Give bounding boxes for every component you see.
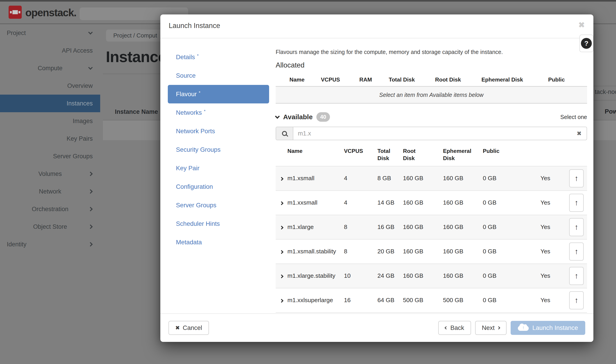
sidebar-item-network: Network bbox=[0, 183, 100, 200]
column-header: RAM bbox=[359, 77, 389, 83]
sidebar-item-server-groups: Server Groups bbox=[0, 147, 100, 165]
expand-row-icon[interactable] bbox=[280, 272, 283, 279]
sidebar-item-orchestration: Orchestration bbox=[0, 200, 100, 218]
chevron-right-icon bbox=[88, 207, 93, 211]
bg-table-cell: tack-noc bbox=[595, 89, 616, 95]
flavour-name: m1.xlarge bbox=[287, 223, 341, 231]
page-title: Instance bbox=[106, 48, 167, 65]
chevron-down-icon bbox=[88, 65, 93, 70]
flavour-row: m1.xsmall 4 8 GB 160 GB 160 GB 0 GB Yes … bbox=[276, 166, 587, 190]
sidebar-item-object-store: Object Store bbox=[0, 218, 100, 235]
wizard-nav: Details* Source Flavour* Networks* Netwo… bbox=[168, 48, 269, 313]
column-header: VCPUS bbox=[344, 147, 378, 155]
allocated-table-header: Name VCPUS RAM Total Disk Root Disk Ephe… bbox=[276, 73, 587, 86]
expand-row-icon[interactable] bbox=[280, 297, 283, 304]
available-heading: Available bbox=[283, 113, 313, 121]
wizard-step-flavour[interactable]: Flavour* bbox=[168, 85, 269, 104]
x-icon: ✖ bbox=[175, 325, 180, 331]
flavour-row: m1.xlarge.stability 10 24 GB 160 GB 160 … bbox=[276, 263, 587, 288]
flavour-public: Yes bbox=[540, 272, 569, 279]
close-icon[interactable]: ✖ bbox=[578, 20, 585, 29]
sidebar-item-project: Project bbox=[0, 24, 100, 42]
expand-row-icon[interactable] bbox=[280, 223, 283, 231]
sidebar-item-label: Project bbox=[7, 30, 26, 37]
allocated-empty-message: Select an item from Available items belo… bbox=[276, 86, 587, 104]
sidebar-item-label: Overview bbox=[67, 82, 93, 90]
flavour-total-disk: 160 GB bbox=[403, 199, 443, 206]
wizard-step-details[interactable]: Details* bbox=[168, 48, 269, 66]
chevron-right-icon bbox=[88, 242, 93, 247]
flavour-name: m1.xxlsuperlarge bbox=[287, 296, 341, 304]
wizard-step-network-ports[interactable]: Network Ports bbox=[168, 122, 269, 141]
chevron-right-icon bbox=[88, 224, 93, 229]
flavour-search: ✖ bbox=[276, 127, 587, 140]
required-asterisk: * bbox=[204, 109, 206, 114]
flavour-name: m1.xxsmall bbox=[287, 198, 341, 207]
search-input[interactable] bbox=[293, 127, 572, 140]
flavour-ram: 64 GB bbox=[378, 297, 403, 304]
wizard-step-source[interactable]: Source bbox=[168, 66, 269, 85]
clear-search-icon[interactable]: ✖ bbox=[572, 127, 587, 140]
sidebar-item-instances: Instances bbox=[0, 95, 100, 112]
sidebar-item-label: Volumes bbox=[39, 170, 62, 178]
sidebar-item-label: API Access bbox=[62, 47, 93, 54]
expand-row-icon[interactable] bbox=[280, 199, 283, 206]
available-section-header: Available 40 Select one bbox=[276, 112, 587, 122]
allocate-flavour-button[interactable]: ↑ bbox=[569, 169, 584, 187]
column-header: Name bbox=[276, 77, 321, 83]
sidebar-item-overview: Overview bbox=[0, 77, 100, 95]
flavour-vcpus: 4 bbox=[344, 175, 378, 182]
bg-table-header-power: Powe bbox=[605, 108, 616, 115]
wizard-step-metadata[interactable]: Metadata bbox=[168, 233, 269, 252]
expand-row-icon[interactable] bbox=[280, 248, 283, 255]
flavour-vcpus: 10 bbox=[344, 272, 378, 279]
column-header: Ephemeral Disk bbox=[443, 147, 483, 162]
allocate-flavour-button[interactable]: ↑ bbox=[569, 267, 584, 285]
openstack-logo-icon bbox=[9, 6, 22, 19]
flavour-total-disk: 160 GB bbox=[403, 272, 443, 279]
modal-header: Launch Instance ✖ bbox=[160, 14, 593, 39]
wizard-step-key-pair[interactable]: Key Pair bbox=[168, 159, 269, 178]
flavour-vcpus: 4 bbox=[344, 199, 378, 206]
flavour-name: m1.xlarge.stability bbox=[287, 272, 341, 280]
sidebar-item-api-access: API Access bbox=[0, 42, 100, 59]
flavour-step-content: Flavours manage the sizing for the compu… bbox=[276, 48, 587, 313]
next-button[interactable]: Next bbox=[475, 321, 507, 335]
back-button[interactable]: Back bbox=[438, 321, 471, 335]
expand-row-icon[interactable] bbox=[280, 175, 283, 182]
bg-table-header-instance-name: Instance Name bbox=[115, 108, 158, 115]
cancel-button[interactable]: ✖ Cancel bbox=[168, 321, 209, 335]
wizard-step-security-groups[interactable]: Security Groups bbox=[168, 141, 269, 159]
sidebar-item-label: Object Store bbox=[33, 223, 67, 230]
flavour-root-disk: 500 GB bbox=[443, 297, 483, 304]
wizard-step-networks[interactable]: Networks* bbox=[168, 104, 269, 122]
column-header: Total Disk bbox=[378, 147, 403, 162]
allocate-flavour-button[interactable]: ↑ bbox=[569, 243, 584, 260]
sidebar-item-label: Compute bbox=[38, 65, 63, 72]
flavour-row: m1.xsmall.stability 8 20 GB 160 GB 160 G… bbox=[276, 239, 587, 263]
wizard-step-server-groups[interactable]: Server Groups bbox=[168, 196, 269, 215]
sidebar-item-label: Identity bbox=[7, 241, 27, 248]
available-table-header: Name VCPUS Total Disk Root Disk Ephemera… bbox=[276, 146, 587, 166]
allocate-flavour-button[interactable]: ↑ bbox=[569, 218, 584, 236]
flavour-public: Yes bbox=[540, 175, 569, 182]
allocate-flavour-button[interactable]: ↑ bbox=[569, 291, 584, 309]
sidebar-item-key-pairs: Key Pairs bbox=[0, 130, 100, 147]
wizard-step-configuration[interactable]: Configuration bbox=[168, 178, 269, 196]
launch-instance-button[interactable]: ↑ Launch Instance bbox=[511, 321, 585, 335]
flavour-public: Yes bbox=[540, 297, 569, 304]
wizard-step-scheduler-hints[interactable]: Scheduler Hints bbox=[168, 215, 269, 233]
flavour-row: m1.xlarge 8 16 GB 160 GB 160 GB 0 GB Yes… bbox=[276, 215, 587, 239]
flavour-public: Yes bbox=[540, 248, 569, 255]
flavour-ephemeral-disk: 0 GB bbox=[483, 199, 540, 206]
flavour-vcpus: 8 bbox=[344, 248, 378, 255]
chevron-down-icon bbox=[88, 30, 93, 35]
flavour-root-disk: 160 GB bbox=[443, 223, 483, 231]
allocate-flavour-button[interactable]: ↑ bbox=[569, 194, 584, 212]
sidebar-item-label: Instances bbox=[67, 100, 93, 107]
chevron-down-icon[interactable] bbox=[275, 114, 280, 118]
flavour-name: m1.xsmall bbox=[287, 174, 341, 182]
flavour-ram: 24 GB bbox=[378, 272, 403, 279]
flavour-root-disk: 160 GB bbox=[443, 199, 483, 206]
flavour-ephemeral-disk: 0 GB bbox=[483, 248, 540, 255]
